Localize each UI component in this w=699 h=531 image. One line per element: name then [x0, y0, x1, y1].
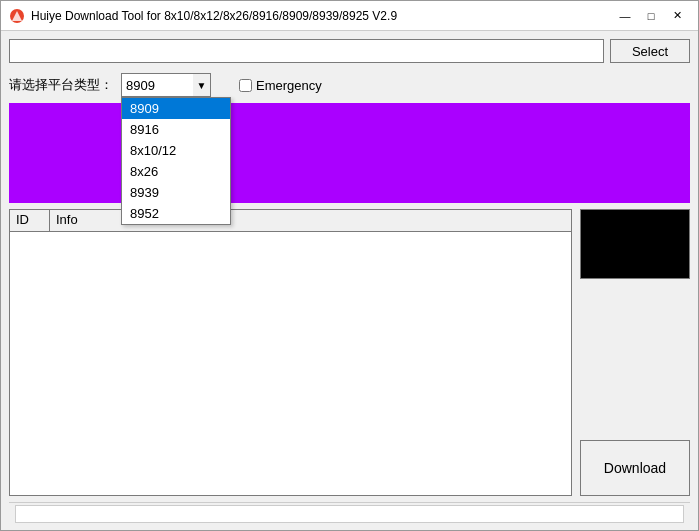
platform-select-wrapper: ▼ 8909 8916 8x10/12 8x26 8939 8952 [121, 73, 211, 97]
main-section: ID Info Download [9, 209, 690, 496]
purple-display-area [9, 103, 690, 203]
download-button[interactable]: Download [580, 440, 690, 496]
status-bar [9, 502, 690, 524]
title-bar: Huiye Download Tool for 8x10/8x12/8x26/8… [1, 1, 698, 31]
dropdown-item-8x26[interactable]: 8x26 [122, 161, 230, 182]
log-col-info: Info [50, 210, 84, 231]
app-icon [9, 8, 25, 24]
platform-row: 请选择平台类型： ▼ 8909 8916 8x10/12 8x26 8939 8… [9, 71, 690, 99]
window-controls: — □ ✕ [612, 6, 690, 26]
dropdown-item-8939[interactable]: 8939 [122, 182, 230, 203]
dropdown-item-8952[interactable]: 8952 [122, 203, 230, 224]
right-panel: Download [580, 209, 690, 496]
file-row: Select [9, 37, 690, 65]
dropdown-item-8x1012[interactable]: 8x10/12 [122, 140, 230, 161]
window-title: Huiye Download Tool for 8x10/8x12/8x26/8… [31, 9, 612, 23]
right-spacer [580, 287, 690, 432]
emergency-checkbox[interactable] [239, 79, 252, 92]
preview-box [580, 209, 690, 279]
content-area: Select 请选择平台类型： ▼ 8909 8916 8x10/12 8x26… [1, 31, 698, 530]
platform-input[interactable] [121, 73, 211, 97]
log-header: ID Info [10, 210, 571, 232]
maximize-button[interactable]: □ [638, 6, 664, 26]
main-window: Huiye Download Tool for 8x10/8x12/8x26/8… [0, 0, 699, 531]
emergency-row: Emergency [239, 78, 322, 93]
platform-label: 请选择平台类型： [9, 76, 113, 94]
log-col-id: ID [10, 210, 50, 231]
dropdown-item-8916[interactable]: 8916 [122, 119, 230, 140]
emergency-label: Emergency [256, 78, 322, 93]
minimize-button[interactable]: — [612, 6, 638, 26]
status-input [15, 505, 684, 523]
select-button[interactable]: Select [610, 39, 690, 63]
log-body [10, 232, 571, 495]
dropdown-item-8909[interactable]: 8909 [122, 98, 230, 119]
close-button[interactable]: ✕ [664, 6, 690, 26]
file-path-input[interactable] [9, 39, 604, 63]
platform-section: 请选择平台类型： ▼ 8909 8916 8x10/12 8x26 8939 8… [9, 71, 690, 203]
log-area: ID Info [9, 209, 572, 496]
platform-dropdown-list: 8909 8916 8x10/12 8x26 8939 8952 [121, 97, 231, 225]
